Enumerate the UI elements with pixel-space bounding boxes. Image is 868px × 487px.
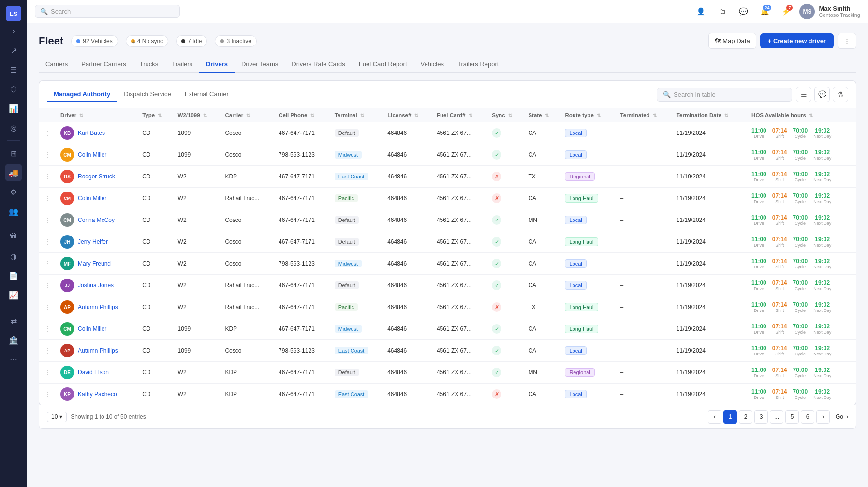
driver-name[interactable]: Colin Miller — [78, 151, 106, 158]
global-search[interactable]: 🔍 Search — [35, 5, 180, 18]
page-btn-5[interactable]: 5 — [785, 410, 799, 424]
subtab-external[interactable]: External Carrier — [178, 88, 235, 102]
col-driver[interactable]: Driver ⇅ — [56, 108, 137, 122]
nav-icon-building[interactable]: 🏛 — [5, 228, 22, 246]
showing-text: Showing 1 to 10 of 50 entries — [71, 413, 146, 420]
nav-icon-bank[interactable]: 🏦 — [5, 331, 22, 349]
page-btn-1[interactable]: 1 — [723, 410, 737, 424]
row-menu[interactable]: ⋮ — [39, 231, 56, 253]
col-carrier[interactable]: Carrier ⇅ — [220, 108, 274, 122]
row-menu[interactable]: ⋮ — [39, 209, 56, 231]
nav-icon-grid[interactable]: ⊞ — [5, 145, 22, 162]
row-menu[interactable]: ⋮ — [39, 275, 56, 296]
tab-fuel-card[interactable]: Fuel Card Report — [352, 57, 414, 73]
driver-terminal: Default — [330, 362, 383, 384]
page-btn-ellipsis: ... — [770, 410, 783, 424]
nav-icon-map[interactable]: ◎ — [5, 119, 22, 136]
col-license[interactable]: License# ⇅ — [383, 108, 432, 122]
row-menu[interactable]: ⋮ — [39, 384, 56, 405]
driver-name[interactable]: Autumn Phillips — [78, 304, 118, 310]
tab-vehicles[interactable]: Vehicles — [414, 57, 451, 73]
row-menu[interactable]: ⋮ — [39, 318, 56, 340]
row-menu[interactable]: ⋮ — [39, 340, 56, 362]
col-phone[interactable]: Cell Phone ⇅ — [274, 108, 330, 122]
tab-driver-teams[interactable]: Driver Teams — [235, 57, 285, 73]
inbox-icon-btn[interactable]: 🗂 — [714, 4, 730, 19]
driver-name[interactable]: Kathy Pacheco — [78, 391, 117, 398]
driver-license: 464846 — [383, 166, 432, 188]
tab-trailers[interactable]: Trailers — [165, 57, 199, 73]
row-menu[interactable]: ⋮ — [39, 166, 56, 188]
page-btn-3[interactable]: 3 — [754, 410, 768, 424]
hos-cycle: 70:00 Cycle — [793, 367, 808, 378]
col-terminated[interactable]: Terminated ⇅ — [616, 108, 672, 122]
per-page-select[interactable]: 10 ▾ — [47, 412, 67, 422]
col-hos[interactable]: HOS Available hours ⇅ — [747, 108, 856, 122]
row-menu[interactable]: ⋮ — [39, 188, 56, 209]
more-options-button[interactable]: ⋮ — [838, 33, 856, 49]
user-info[interactable]: MS Max Smith Contoso Tracking — [799, 4, 860, 19]
alerts-icon-btn[interactable]: ⚡ 7 — [778, 4, 794, 19]
tab-trucks[interactable]: Trucks — [133, 57, 165, 73]
col-termdate[interactable]: Termination Date ⇅ — [672, 108, 747, 122]
driver-name[interactable]: Corina McCoy — [78, 217, 115, 223]
driver-name[interactable]: Rodger Struck — [78, 173, 115, 180]
nav-icon-users[interactable]: 👥 — [5, 203, 22, 220]
profile-icon-btn[interactable]: 👤 — [693, 4, 708, 19]
tab-drivers[interactable]: Drivers — [199, 57, 235, 73]
col-sync[interactable]: Sync ⇅ — [487, 108, 523, 122]
tab-partner-carriers[interactable]: Partner Carriers — [74, 57, 132, 73]
row-menu[interactable]: ⋮ — [39, 122, 56, 144]
driver-name[interactable]: Jerry Helfer — [78, 238, 108, 245]
col-route[interactable]: Route type ⇅ — [560, 108, 615, 122]
nav-icon-report[interactable]: 📈 — [5, 286, 22, 304]
hos-cycle: 70:00 Cycle — [793, 127, 808, 139]
driver-name[interactable]: Kurt Bates — [78, 130, 105, 136]
page-btn-2[interactable]: 2 — [739, 410, 752, 424]
col-fuelcard[interactable]: Fuel Card# ⇅ — [432, 108, 487, 122]
tab-trailers-report[interactable]: Trailers Report — [451, 57, 505, 73]
nav-icon-pie[interactable]: ◑ — [5, 248, 22, 265]
map-data-button[interactable]: 🗺 Map Data — [708, 33, 756, 49]
col-state[interactable]: State ⇅ — [523, 108, 560, 122]
nav-icon-doc[interactable]: 📄 — [5, 267, 22, 284]
col-terminal[interactable]: Terminal ⇅ — [330, 108, 383, 122]
driver-name[interactable]: Colin Miller — [78, 325, 106, 332]
nav-icon-list[interactable]: ☰ — [5, 61, 22, 78]
subtab-managed[interactable]: Managed Authority — [47, 88, 117, 102]
driver-name[interactable]: David Elson — [78, 369, 109, 376]
prev-page-btn[interactable]: ‹ — [708, 410, 721, 424]
tab-rate-cards[interactable]: Drivers Rate Cards — [285, 57, 352, 73]
driver-name[interactable]: Joshua Jones — [78, 282, 114, 289]
nav-icon-analytics[interactable]: 📊 — [5, 100, 22, 117]
column-filter-button[interactable]: ⚌ — [796, 87, 811, 102]
nav-icon-truck[interactable]: 🚚 — [5, 164, 22, 181]
hos-cycle: 70:00 Cycle — [793, 301, 808, 313]
row-menu[interactable]: ⋮ — [39, 144, 56, 166]
driver-name[interactable]: Mary Freund — [78, 260, 111, 267]
advanced-filter-button[interactable]: ⚗ — [833, 87, 848, 102]
row-menu[interactable]: ⋮ — [39, 296, 56, 318]
create-driver-button[interactable]: + Create new driver — [760, 33, 834, 48]
driver-name[interactable]: Colin Miller — [78, 195, 106, 202]
messages-icon-btn[interactable]: 💬 — [736, 4, 751, 19]
subtab-dispatch[interactable]: Dispatch Service — [117, 88, 178, 102]
col-w2[interactable]: W2/1099 ⇅ — [173, 108, 221, 122]
driver-name[interactable]: Autumn Phillips — [78, 347, 118, 354]
nav-icon-chart[interactable]: ⬡ — [5, 80, 22, 98]
page: Fleet 92 Vehicles ⚠ 4 No sync 7 Idle 3 I… — [27, 23, 868, 487]
nav-expand-icon[interactable]: › — [12, 27, 15, 36]
nav-icon-transfer[interactable]: ⇄ — [5, 312, 22, 329]
nav-icon-route[interactable]: ↗ — [5, 42, 22, 59]
row-menu[interactable]: ⋮ — [39, 362, 56, 384]
nav-icon-settings[interactable]: ⚙ — [5, 183, 22, 201]
row-menu[interactable]: ⋮ — [39, 253, 56, 275]
next-page-btn[interactable]: › — [816, 410, 830, 424]
nav-icon-more[interactable]: ⋯ — [5, 351, 22, 368]
col-type[interactable]: Type ⇅ — [137, 108, 173, 122]
tab-carriers[interactable]: Carriers — [39, 57, 74, 73]
search-table[interactable]: 🔍 Search in table — [657, 88, 792, 102]
comment-filter-button[interactable]: 💬 — [814, 87, 830, 102]
notifications-icon-btn[interactable]: 🔔 24 — [757, 4, 772, 19]
page-btn-6[interactable]: 6 — [801, 410, 814, 424]
